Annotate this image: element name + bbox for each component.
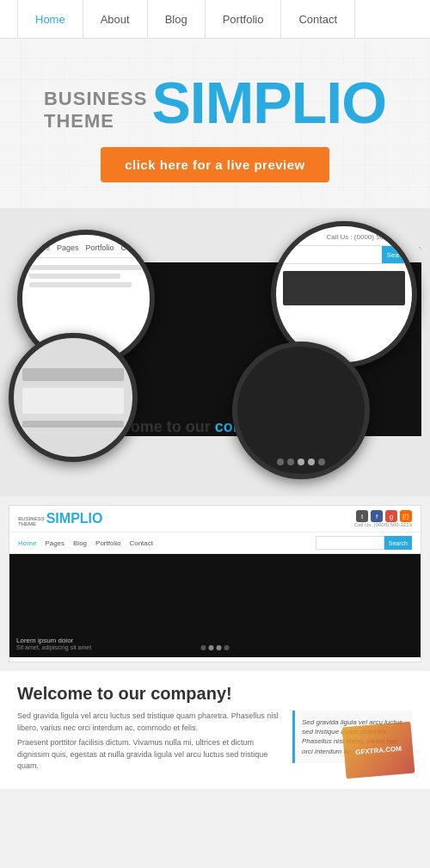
slider-dot-3 <box>298 459 304 465</box>
circle-bottom-left <box>9 333 138 462</box>
mini-logo-right: SIMPLIO <box>46 511 103 526</box>
mini-site: BUSINESS THEME SIMPLIO t f g ◰ Call Us: … <box>9 505 421 662</box>
bottom-title: Welcome to our company! <box>17 684 413 704</box>
hero-title: BUSINESS THEME SIMPLIO <box>44 73 386 132</box>
bottom-content: Welcome to our company! Sed gravida ligu… <box>0 671 430 789</box>
slider-line-dark <box>22 368 124 381</box>
circle-bottom-right <box>232 342 370 479</box>
mini-search-input[interactable] <box>316 536 384 550</box>
circle-nav-home: Home <box>29 243 50 252</box>
mini-dot-2 <box>209 645 214 650</box>
mini-dot-4 <box>224 645 230 650</box>
mini-search-area: Search <box>316 536 412 550</box>
mini-nav-top: BUSINESS THEME SIMPLIO t f g ◰ Call Us: … <box>9 506 421 532</box>
nav-portfolio[interactable]: Portfolio <box>206 0 282 39</box>
cta-button[interactable]: click here for a live preview <box>101 147 329 182</box>
circle-line-2 <box>29 274 120 279</box>
slider-line-light <box>22 388 124 414</box>
hero-section: BUSINESS THEME SIMPLIO click here for a … <box>0 39 430 208</box>
twitter-icon: t <box>356 510 368 522</box>
circle-nav-portfolio: Portfolio <box>86 243 114 252</box>
hero-title-left: BUSINESS THEME <box>44 88 147 132</box>
call-us-text: Call Us : (0000) 560-2213 <box>283 233 405 241</box>
search-bar-mock: Sea <box>283 245 405 264</box>
nav-contact[interactable]: Contact <box>281 0 355 39</box>
nav-blog[interactable]: Blog <box>148 0 206 39</box>
circle-line-3 <box>29 282 132 287</box>
mini-hero-content: Lorem ipsum dolor Sit amet, adipiscing s… <box>16 637 91 650</box>
nav-home[interactable]: Home <box>17 0 83 39</box>
circle-nav-pages: Pages <box>57 243 79 252</box>
slider-dot-2 <box>287 459 294 465</box>
slider-dot-5 <box>318 459 325 465</box>
mini-social-icons: t f g ◰ <box>356 510 412 522</box>
search-input-mock <box>284 246 382 263</box>
mini-logo: BUSINESS THEME SIMPLIO <box>18 511 102 526</box>
slider-dot-4 <box>308 459 315 465</box>
search-line-1 <box>283 271 405 305</box>
slider-line-dark-2 <box>22 421 124 428</box>
preview-section: Home Pages Portfolio Contact Call Us : (… <box>0 208 430 496</box>
mini-nav-links: Home Pages Blog Portfolio Contact Search <box>9 532 421 554</box>
watermark: GFXTRA.COM <box>342 721 415 779</box>
circle-br-inner <box>237 347 365 474</box>
circle-content-lines <box>29 265 143 287</box>
bottom-text-area: Sed gravida ligula vel arcu luctus sed t… <box>17 711 413 776</box>
mini-search-btn[interactable]: Search <box>384 536 412 550</box>
search-btn-mock: Sea <box>382 246 404 263</box>
mini-logo-left: BUSINESS THEME <box>18 516 45 526</box>
circle-line-1 <box>29 265 143 270</box>
mini-nav-home[interactable]: Home <box>18 539 36 547</box>
mini-dot-1 <box>201 645 206 650</box>
circle-tl-inner: Home Pages Portfolio Contact <box>22 235 150 299</box>
mini-nav-pages[interactable]: Pages <box>45 539 64 547</box>
mini-nav-contact[interactable]: Contact <box>129 539 153 547</box>
rss-icon: ◰ <box>400 510 412 522</box>
mini-hero-text: Lorem ipsum dolor <box>16 637 91 644</box>
mini-slider-dots <box>201 645 230 650</box>
bottom-paragraph-1: Sed gravida ligula vel arcu luctus sed t… <box>17 711 280 734</box>
mini-nav-right: t f g ◰ Call Us: (0000) 560-2213 <box>354 510 412 527</box>
preview-container: Home Pages Portfolio Contact Call Us : (… <box>9 221 421 488</box>
hero-title-main: SIMPLIO <box>151 73 386 132</box>
circle-tr-inner: Call Us : (0000) 560-2213 Sea <box>276 226 412 316</box>
mini-nav-portfolio[interactable]: Portfolio <box>95 539 120 547</box>
circle-bl-inner <box>14 338 132 457</box>
bottom-left: Sed gravida ligula vel arcu luctus sed t… <box>17 711 280 776</box>
mini-hero-subtitle: Sit amet, adipiscing sit amet <box>16 644 91 650</box>
mini-nav-blog[interactable]: Blog <box>73 539 87 547</box>
circle-nav: Home Pages Portfolio Contact <box>29 243 143 258</box>
hero-line2: THEME <box>44 110 114 132</box>
mini-dot-3 <box>217 645 222 650</box>
nav-bar: Home About Blog Portfolio Contact <box>0 0 430 39</box>
bottom-paragraph-2: Praesent porttitor facilisis dictum. Viv… <box>17 737 280 773</box>
hero-line1: BUSINESS <box>44 88 147 109</box>
mini-hero-black: Lorem ipsum dolor Sit amet, adipiscing s… <box>9 554 421 657</box>
mini-call: Call Us: (0000) 560-2213 <box>354 522 412 527</box>
facebook-icon: f <box>371 510 383 522</box>
nav-about[interactable]: About <box>83 0 148 39</box>
slider-dot-1 <box>277 459 284 465</box>
mini-logo-theme: THEME <box>18 521 45 526</box>
bottom-right: Sed gravida ligula vel arcu luctus sed t… <box>292 711 413 776</box>
slider-dots <box>277 459 325 465</box>
googleplus-icon: g <box>385 510 397 522</box>
